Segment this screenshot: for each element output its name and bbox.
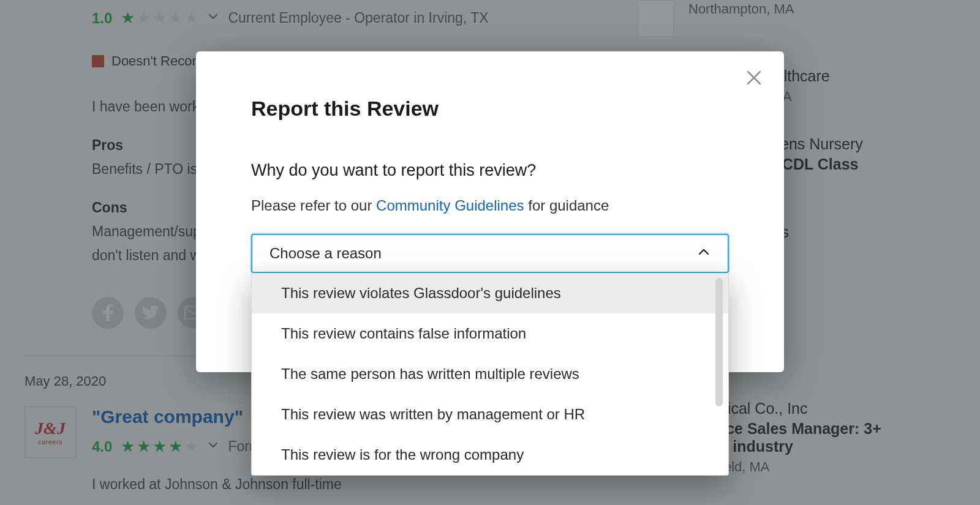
modal-title: Report this Review	[251, 97, 729, 121]
reason-select-placeholder: Choose a reason	[270, 245, 382, 262]
dropdown-option[interactable]: This review is for the wrong company	[252, 435, 728, 475]
dropdown-option[interactable]: The same person has written multiple rev…	[252, 354, 728, 394]
reason-select[interactable]: Choose a reason	[251, 234, 729, 273]
community-guidelines-link[interactable]: Community Guidelines	[376, 197, 524, 214]
chevron-up-icon	[697, 245, 710, 261]
guideline-pre: Please refer to our	[251, 197, 376, 214]
scrollbar[interactable]	[715, 278, 723, 406]
report-review-modal: Report this Review Why do you want to re…	[196, 51, 784, 372]
dropdown-option[interactable]: This review was written by management or…	[252, 394, 728, 435]
modal-question: Why do you want to report this review?	[251, 161, 729, 180]
reason-select-wrap: Choose a reason This review violates Gla…	[251, 234, 729, 273]
modal-guideline-text: Please refer to our Community Guidelines…	[251, 197, 729, 214]
dropdown-option[interactable]: This review contains false information	[252, 313, 728, 354]
dropdown-option[interactable]: This review violates Glassdoor's guideli…	[252, 273, 728, 313]
reason-dropdown: This review violates Glassdoor's guideli…	[251, 273, 729, 476]
modal-overlay[interactable]: Report this Review Why do you want to re…	[0, 0, 980, 505]
close-icon[interactable]	[746, 70, 762, 88]
guideline-post: for guidance	[524, 197, 609, 214]
